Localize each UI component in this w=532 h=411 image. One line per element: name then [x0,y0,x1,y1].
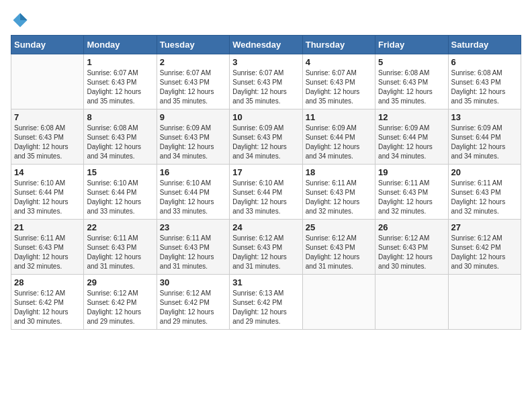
day-number: 11 [306,112,372,122]
day-number: 9 [160,112,226,122]
calendar-cell [375,275,448,330]
calendar-cell: 6 Sunrise: 6:08 AMSunset: 6:43 PMDayligh… [448,54,521,109]
cell-info: Sunrise: 6:12 AMSunset: 6:42 PMDaylight:… [87,289,153,326]
cell-info: Sunrise: 6:13 AMSunset: 6:42 PMDaylight:… [232,289,299,326]
day-number: 3 [232,57,299,67]
cell-info: Sunrise: 6:09 AMSunset: 6:43 PMDaylight:… [160,124,226,161]
day-number: 23 [160,222,226,232]
day-number: 5 [378,57,445,67]
cell-info: Sunrise: 6:09 AMSunset: 6:44 PMDaylight:… [306,124,372,161]
day-number: 26 [378,222,445,232]
calendar-cell: 9 Sunrise: 6:09 AMSunset: 6:43 PMDayligh… [157,109,229,165]
day-header-saturday: Saturday [448,36,521,54]
cell-info: Sunrise: 6:07 AMSunset: 6:43 PMDaylight:… [232,68,299,106]
cell-info: Sunrise: 6:12 AMSunset: 6:43 PMDaylight:… [378,234,445,271]
day-header-monday: Monday [84,36,157,54]
calendar-cell: 30 Sunrise: 6:12 AMSunset: 6:42 PMDaylig… [157,275,229,330]
calendar-cell: 12 Sunrise: 6:09 AMSunset: 6:44 PMDaylig… [375,109,448,165]
calendar-cell [302,275,375,330]
calendar-cell: 15 Sunrise: 6:10 AMSunset: 6:44 PMDaylig… [84,165,157,220]
day-number: 8 [87,112,153,122]
page-header [11,11,521,30]
cell-info: Sunrise: 6:11 AMSunset: 6:43 PMDaylight:… [87,234,153,271]
day-number: 12 [378,112,445,122]
day-number: 27 [451,222,518,232]
day-number: 22 [87,222,153,232]
cell-info: Sunrise: 6:08 AMSunset: 6:43 PMDaylight:… [14,124,81,161]
week-row-3: 14 Sunrise: 6:10 AMSunset: 6:44 PMDaylig… [11,165,521,220]
cell-info: Sunrise: 6:08 AMSunset: 6:43 PMDaylight:… [378,68,445,106]
cell-info: Sunrise: 6:10 AMSunset: 6:44 PMDaylight:… [160,179,226,216]
calendar-cell: 11 Sunrise: 6:09 AMSunset: 6:44 PMDaylig… [302,109,375,165]
calendar-cell: 18 Sunrise: 6:11 AMSunset: 6:43 PMDaylig… [302,165,375,220]
calendar-cell: 21 Sunrise: 6:11 AMSunset: 6:43 PMDaylig… [11,220,84,275]
logo [11,11,32,30]
day-number: 7 [14,112,81,122]
calendar-cell: 14 Sunrise: 6:10 AMSunset: 6:44 PMDaylig… [11,165,84,220]
calendar-cell: 2 Sunrise: 6:07 AMSunset: 6:43 PMDayligh… [157,54,229,109]
day-number: 29 [87,277,153,287]
day-number: 24 [232,222,299,232]
day-number: 21 [14,222,81,232]
cell-info: Sunrise: 6:09 AMSunset: 6:43 PMDaylight:… [232,124,299,161]
calendar-cell: 19 Sunrise: 6:11 AMSunset: 6:43 PMDaylig… [375,165,448,220]
day-number: 15 [87,167,153,177]
svg-marker-1 [20,13,28,21]
calendar-cell: 17 Sunrise: 6:10 AMSunset: 6:44 PMDaylig… [230,165,302,220]
cell-info: Sunrise: 6:08 AMSunset: 6:43 PMDaylight:… [451,68,518,106]
calendar-cell: 10 Sunrise: 6:09 AMSunset: 6:43 PMDaylig… [230,109,302,165]
calendar-cell: 7 Sunrise: 6:08 AMSunset: 6:43 PMDayligh… [11,109,84,165]
calendar-cell: 3 Sunrise: 6:07 AMSunset: 6:43 PMDayligh… [230,54,302,109]
calendar-cell: 22 Sunrise: 6:11 AMSunset: 6:43 PMDaylig… [84,220,157,275]
cell-info: Sunrise: 6:11 AMSunset: 6:43 PMDaylight:… [160,234,226,271]
day-number: 6 [451,57,518,67]
week-row-1: 1 Sunrise: 6:07 AMSunset: 6:43 PMDayligh… [11,54,521,109]
calendar-cell: 28 Sunrise: 6:12 AMSunset: 6:42 PMDaylig… [11,275,84,330]
calendar-cell: 24 Sunrise: 6:12 AMSunset: 6:43 PMDaylig… [230,220,302,275]
cell-info: Sunrise: 6:11 AMSunset: 6:43 PMDaylight:… [306,179,372,216]
calendar-cell: 4 Sunrise: 6:07 AMSunset: 6:43 PMDayligh… [302,54,375,109]
calendar-cell: 16 Sunrise: 6:10 AMSunset: 6:44 PMDaylig… [157,165,229,220]
cell-info: Sunrise: 6:12 AMSunset: 6:42 PMDaylight:… [14,289,81,326]
cell-info: Sunrise: 6:11 AMSunset: 6:43 PMDaylight:… [451,179,518,216]
calendar-cell: 29 Sunrise: 6:12 AMSunset: 6:42 PMDaylig… [84,275,157,330]
day-number: 19 [378,167,445,177]
cell-info: Sunrise: 6:09 AMSunset: 6:44 PMDaylight:… [378,124,445,161]
cell-info: Sunrise: 6:12 AMSunset: 6:43 PMDaylight:… [232,234,299,271]
cell-info: Sunrise: 6:07 AMSunset: 6:43 PMDaylight:… [87,68,153,106]
day-header-tuesday: Tuesday [157,36,229,54]
week-row-2: 7 Sunrise: 6:08 AMSunset: 6:43 PMDayligh… [11,109,521,165]
day-number: 10 [232,112,299,122]
day-number: 25 [306,222,372,232]
cell-info: Sunrise: 6:11 AMSunset: 6:43 PMDaylight:… [378,179,445,216]
day-number: 4 [306,57,372,67]
week-row-5: 28 Sunrise: 6:12 AMSunset: 6:42 PMDaylig… [11,275,521,330]
day-header-wednesday: Wednesday [230,36,302,54]
day-number: 14 [14,167,81,177]
day-number: 28 [14,277,81,287]
calendar-cell: 13 Sunrise: 6:09 AMSunset: 6:44 PMDaylig… [448,109,521,165]
day-number: 2 [160,57,226,67]
week-row-4: 21 Sunrise: 6:11 AMSunset: 6:43 PMDaylig… [11,220,521,275]
cell-info: Sunrise: 6:11 AMSunset: 6:43 PMDaylight:… [14,234,81,271]
cell-info: Sunrise: 6:07 AMSunset: 6:43 PMDaylight:… [306,68,372,106]
cell-info: Sunrise: 6:12 AMSunset: 6:42 PMDaylight:… [451,234,518,271]
calendar-cell [11,54,84,109]
calendar-table: SundayMondayTuesdayWednesdayThursdayFrid… [11,35,521,330]
cell-info: Sunrise: 6:08 AMSunset: 6:43 PMDaylight:… [87,124,153,161]
day-number: 16 [160,167,226,177]
cell-info: Sunrise: 6:10 AMSunset: 6:44 PMDaylight:… [14,179,81,216]
calendar-cell: 5 Sunrise: 6:08 AMSunset: 6:43 PMDayligh… [375,54,448,109]
day-number: 13 [451,112,518,122]
day-header-friday: Friday [375,36,448,54]
day-number: 17 [232,167,299,177]
header-row: SundayMondayTuesdayWednesdayThursdayFrid… [11,36,521,54]
cell-info: Sunrise: 6:07 AMSunset: 6:43 PMDaylight:… [160,68,226,106]
calendar-cell: 23 Sunrise: 6:11 AMSunset: 6:43 PMDaylig… [157,220,229,275]
day-number: 1 [87,57,153,67]
cell-info: Sunrise: 6:12 AMSunset: 6:43 PMDaylight:… [306,234,372,271]
cell-info: Sunrise: 6:12 AMSunset: 6:42 PMDaylight:… [160,289,226,326]
calendar-cell: 20 Sunrise: 6:11 AMSunset: 6:43 PMDaylig… [448,165,521,220]
calendar-cell: 25 Sunrise: 6:12 AMSunset: 6:43 PMDaylig… [302,220,375,275]
day-number: 18 [306,167,372,177]
